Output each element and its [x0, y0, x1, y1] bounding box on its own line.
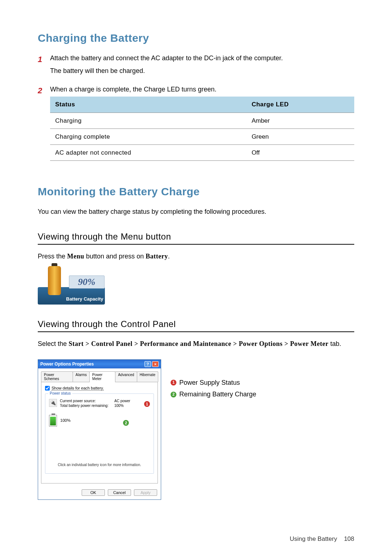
heading-monitoring: Monitoring the Battery Charge — [38, 185, 354, 198]
footer-section: Using the Battery — [290, 535, 337, 542]
monitoring-intro: You can view the battery charge status b… — [38, 207, 354, 217]
menu-button-instruction: Press the Menu button and press on Batte… — [38, 251, 354, 262]
text: Press the — [38, 253, 67, 260]
callout-1: 1 — [144, 401, 150, 407]
power-options-dialog: Power Options Properties ? × Power Schem… — [38, 359, 161, 500]
step-text: The battery will then be charged. — [50, 66, 354, 76]
dialog-title: Power Options Properties — [40, 362, 94, 367]
text: button and press on — [84, 253, 146, 260]
menu-word: Menu — [67, 253, 84, 260]
tab-power-meter[interactable]: Power Meter — [89, 371, 115, 382]
table-row: Charging complete Green — [50, 128, 354, 144]
td-led: Off — [246, 144, 354, 160]
power-status-fieldset: Power status 1 🔌 Current power source: A… — [45, 393, 154, 474]
heading-charging: Charging the Battery — [38, 32, 354, 44]
battery-capacity-widget: 90% Battery Capacity — [38, 265, 105, 305]
tab-power-schemes[interactable]: Power Schemes — [41, 371, 73, 382]
callout-legend: 1 Power Supply Status 2 Remaining Batter… — [171, 359, 256, 401]
legend-label: Remaining Battery Charge — [179, 389, 256, 400]
row-value: AC power — [114, 399, 130, 403]
footer-page: 108 — [344, 535, 354, 542]
callout-badge-1: 1 — [171, 380, 176, 385]
dialog-hint: Click an individual battery icon for mor… — [49, 463, 150, 467]
battery-percent-small: 100% — [60, 418, 70, 422]
heading-control-panel: Viewing through the Control Panel — [38, 319, 354, 332]
legend-item-1: 1 Power Supply Status — [171, 378, 256, 388]
step-text: Attach the battery and connect the AC ad… — [50, 53, 354, 64]
row-label: Total battery power remaining: — [60, 404, 109, 408]
dialog-buttons: OK Cancel Apply — [38, 486, 161, 499]
battery-icon — [48, 266, 61, 295]
row-label: Current power source: — [60, 399, 109, 403]
control-panel-instruction: Select the Start > Control Panel > Perfo… — [38, 339, 354, 349]
show-details-checkbox[interactable]: Show details for each battery. — [45, 386, 154, 391]
close-button[interactable]: × — [152, 361, 159, 367]
table-row: Charging Amber — [50, 113, 354, 128]
page-footer: Using the Battery 108 — [290, 535, 354, 543]
battery-word: Battery — [146, 253, 168, 260]
charge-led-table: Status Charge LED Charging Amber Chargin… — [50, 97, 354, 161]
legend-item-2: 2 Remaining Battery Charge — [171, 389, 256, 400]
checkbox-label: Show details for each battery. — [52, 386, 104, 391]
td-status: Charging complete — [50, 128, 246, 144]
step-number: 2 — [38, 84, 50, 170]
th-charge-led: Charge LED — [246, 97, 354, 113]
steps-list: 1 Attach the battery and connect the AC … — [38, 53, 354, 170]
tab-advanced[interactable]: Advanced — [115, 371, 137, 382]
text: tab. — [328, 340, 341, 347]
tab-hibernate[interactable]: Hibernate — [137, 371, 158, 382]
tab-alarms[interactable]: Alarms — [73, 371, 90, 382]
td-status: Charging — [50, 113, 246, 128]
td-led: Amber — [246, 113, 354, 128]
step-text: When a charge is complete, the Charge LE… — [50, 84, 354, 95]
row-value: 100% — [114, 404, 130, 408]
step-2: 2 When a charge is complete, the Charge … — [38, 84, 354, 170]
tab-body: Show details for each battery. Power sta… — [41, 382, 158, 483]
step-1: 1 Attach the battery and connect the AC … — [38, 53, 354, 78]
td-led: Green — [246, 128, 354, 144]
step-body: Attach the battery and connect the AC ad… — [50, 53, 354, 78]
text: . — [168, 253, 170, 260]
nav-path: Start > Control Panel > Performance and … — [69, 340, 328, 347]
fieldset-legend: Power status — [48, 391, 72, 395]
step-number: 1 — [38, 53, 50, 78]
cancel-button[interactable]: Cancel — [108, 489, 131, 496]
plug-icon: 🔌 — [49, 399, 57, 407]
dialog-tabs: Power Schemes Alarms Power Meter Advance… — [38, 368, 161, 382]
callout-badge-2: 2 — [171, 392, 176, 397]
ok-button[interactable]: OK — [82, 489, 105, 496]
battery-percent: 90% — [69, 276, 105, 289]
td-status: AC adapter not connected — [50, 144, 246, 160]
callout-2: 2 — [123, 420, 129, 426]
th-status: Status — [50, 97, 246, 113]
heading-menu-button: Viewing through the Menu button — [38, 232, 354, 245]
legend-label: Power Supply Status — [179, 378, 240, 388]
text: Select the — [38, 340, 69, 347]
battery-entry[interactable]: 100% — [49, 415, 150, 427]
battery-small-icon — [49, 415, 57, 427]
apply-button[interactable]: Apply — [134, 489, 157, 496]
checkbox-input[interactable] — [45, 386, 50, 391]
table-row: AC adapter not connected Off — [50, 144, 354, 160]
help-button[interactable]: ? — [144, 361, 151, 367]
dialog-titlebar: Power Options Properties ? × — [38, 360, 161, 368]
step-body: When a charge is complete, the Charge LE… — [50, 84, 354, 170]
battery-capacity-label: Battery Capacity — [66, 296, 103, 302]
